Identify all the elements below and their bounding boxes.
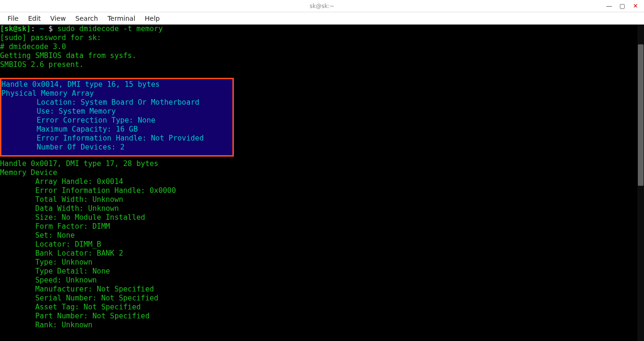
terminal-output-2: Handle 0x0017, DMI type 17, 28 bytes Mem… <box>0 159 176 330</box>
block2-field: Array Handle: 0x0014 <box>35 177 124 186</box>
menu-file[interactable]: File <box>3 13 23 24</box>
block2-field: Speed: Unknown <box>35 276 97 284</box>
block2-field: Rank: Unknown <box>35 321 92 329</box>
menu-edit[interactable]: Edit <box>23 13 45 24</box>
block2-field: Data Width: Unknown <box>35 204 119 213</box>
block1-field: Number Of Devices: 2 <box>37 143 125 151</box>
block2-field: Type: Unknown <box>35 258 92 266</box>
block2-field: Serial Number: Not Specified <box>35 294 158 302</box>
block2-field: Size: No Module Installed <box>35 213 145 222</box>
block1-field: Location: System Board Or Motherboard <box>37 98 199 107</box>
scrollbar-thumb[interactable] <box>638 44 644 186</box>
prompt-userhost: [sk@sk] <box>0 25 31 33</box>
block2-title: Memory Device <box>0 168 57 177</box>
block2-field: Total Width: Unknown <box>35 195 124 204</box>
block1-field: Error Correction Type: None <box>37 116 156 125</box>
maximize-button[interactable]: ▢ <box>616 0 629 12</box>
window-titlebar: sk@sk:~ — ▢ ✕ <box>0 0 644 12</box>
minimize-button[interactable]: — <box>603 0 616 12</box>
menubar: File Edit View Search Terminal Help <box>0 12 644 25</box>
block1-handle: Handle 0x0014, DMI type 16, 15 bytes <box>1 80 160 89</box>
block2-handle: Handle 0x0017, DMI type 17, 28 bytes <box>0 159 158 168</box>
scrollbar-track[interactable] <box>637 25 644 341</box>
block2-field: Asset Tag: Not Specified <box>35 303 141 311</box>
block2-field: Locator: DIMM_B <box>35 240 101 249</box>
menu-search[interactable]: Search <box>71 13 103 24</box>
close-button[interactable]: ✕ <box>629 0 642 12</box>
terminal-output: [sk@sk]: ~ $ sudo dmidecode -t memory [s… <box>0 25 644 69</box>
command-text: sudo dmidecode -t memory <box>57 25 163 33</box>
block2-field: Set: None <box>35 231 75 240</box>
block1-field: Error Information Handle: Not Provided <box>37 134 204 142</box>
menu-terminal[interactable]: Terminal <box>103 13 140 24</box>
block2-field: Manufacturer: Not Specified <box>35 285 154 293</box>
window-controls: — ▢ ✕ <box>603 0 642 12</box>
block1-field: Maximum Capacity: 16 GB <box>37 125 138 133</box>
menu-view[interactable]: View <box>46 13 71 24</box>
block2-field: Error Information Handle: 0x0000 <box>35 186 176 195</box>
block1-title: Physical Memory Array <box>1 89 94 98</box>
highlight-box: Handle 0x0014, DMI type 16, 15 bytes Phy… <box>0 78 234 157</box>
terminal-area[interactable]: [sk@sk]: ~ $ sudo dmidecode -t memory [s… <box>0 25 644 341</box>
block2-field: Type Detail: None <box>35 267 110 275</box>
block1-field: Use: System Memory <box>37 107 116 116</box>
block2-field: Part Number: Not Specified <box>35 312 150 320</box>
block2-field: Form Factor: DIMM <box>35 222 110 231</box>
menu-help[interactable]: Help <box>140 13 165 24</box>
window-title: sk@sk:~ <box>310 3 335 9</box>
block2-field: Bank Locator: BANK 2 <box>35 249 124 258</box>
